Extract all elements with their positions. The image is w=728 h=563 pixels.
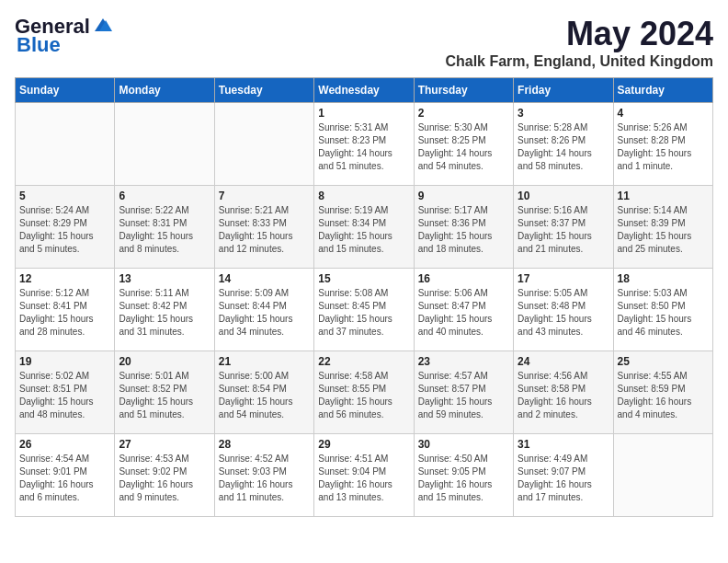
calendar-cell: 19Sunrise: 5:02 AM Sunset: 8:51 PM Dayli… bbox=[16, 351, 115, 434]
calendar-cell: 1Sunrise: 5:31 AM Sunset: 8:23 PM Daylig… bbox=[314, 103, 414, 186]
day-info: Sunrise: 5:17 AM Sunset: 8:36 PM Dayligh… bbox=[418, 204, 509, 256]
calendar-cell bbox=[115, 103, 214, 186]
day-info: Sunrise: 5:06 AM Sunset: 8:47 PM Dayligh… bbox=[418, 287, 509, 339]
day-number: 19 bbox=[19, 355, 110, 368]
day-info: Sunrise: 5:19 AM Sunset: 8:34 PM Dayligh… bbox=[318, 204, 409, 256]
day-info: Sunrise: 5:26 AM Sunset: 8:28 PM Dayligh… bbox=[618, 121, 709, 173]
calendar-cell: 8Sunrise: 5:19 AM Sunset: 8:34 PM Daylig… bbox=[314, 186, 414, 269]
calendar-week-row: 12Sunrise: 5:12 AM Sunset: 8:41 PM Dayli… bbox=[16, 269, 713, 351]
day-info: Sunrise: 4:58 AM Sunset: 8:55 PM Dayligh… bbox=[318, 370, 409, 421]
day-info: Sunrise: 5:03 AM Sunset: 8:50 PM Dayligh… bbox=[618, 287, 709, 339]
calendar-cell: 2Sunrise: 5:30 AM Sunset: 8:25 PM Daylig… bbox=[414, 103, 513, 186]
day-info: Sunrise: 5:30 AM Sunset: 8:25 PM Dayligh… bbox=[418, 121, 509, 173]
day-number: 10 bbox=[518, 190, 609, 202]
day-info: Sunrise: 5:14 AM Sunset: 8:39 PM Dayligh… bbox=[618, 204, 709, 256]
calendar-cell: 23Sunrise: 4:57 AM Sunset: 8:57 PM Dayli… bbox=[414, 351, 513, 434]
day-info: Sunrise: 4:55 AM Sunset: 8:59 PM Dayligh… bbox=[618, 370, 709, 421]
calendar-cell: 4Sunrise: 5:26 AM Sunset: 8:28 PM Daylig… bbox=[613, 103, 712, 186]
calendar-body: 1Sunrise: 5:31 AM Sunset: 8:23 PM Daylig… bbox=[16, 103, 713, 517]
calendar-cell: 31Sunrise: 4:49 AM Sunset: 9:07 PM Dayli… bbox=[514, 434, 613, 517]
day-number: 30 bbox=[418, 438, 509, 451]
calendar-cell: 21Sunrise: 5:00 AM Sunset: 8:54 PM Dayli… bbox=[214, 351, 313, 434]
calendar-cell: 5Sunrise: 5:24 AM Sunset: 8:29 PM Daylig… bbox=[16, 186, 115, 269]
col-header-thursday: Thursday bbox=[414, 78, 513, 103]
day-number: 7 bbox=[219, 190, 310, 202]
day-info: Sunrise: 5:22 AM Sunset: 8:31 PM Dayligh… bbox=[119, 204, 210, 256]
calendar-cell: 7Sunrise: 5:21 AM Sunset: 8:33 PM Daylig… bbox=[214, 186, 313, 269]
day-number: 1 bbox=[318, 107, 409, 120]
calendar-cell: 26Sunrise: 4:54 AM Sunset: 9:01 PM Dayli… bbox=[16, 434, 115, 517]
day-info: Sunrise: 4:50 AM Sunset: 9:05 PM Dayligh… bbox=[418, 453, 509, 504]
day-number: 26 bbox=[19, 438, 110, 451]
day-number: 6 bbox=[119, 190, 210, 202]
day-number: 25 bbox=[618, 355, 709, 368]
calendar-cell: 10Sunrise: 5:16 AM Sunset: 8:37 PM Dayli… bbox=[514, 186, 613, 269]
day-number: 16 bbox=[418, 272, 509, 285]
day-number: 15 bbox=[318, 272, 409, 285]
day-number: 21 bbox=[219, 355, 310, 368]
calendar-cell: 20Sunrise: 5:01 AM Sunset: 8:52 PM Dayli… bbox=[115, 351, 214, 434]
calendar-cell: 13Sunrise: 5:11 AM Sunset: 8:42 PM Dayli… bbox=[115, 269, 214, 351]
col-header-friday: Friday bbox=[514, 78, 613, 103]
calendar-table: SundayMondayTuesdayWednesdayThursdayFrid… bbox=[15, 77, 713, 517]
calendar-cell: 18Sunrise: 5:03 AM Sunset: 8:50 PM Dayli… bbox=[613, 269, 712, 351]
day-number: 12 bbox=[19, 272, 110, 285]
day-info: Sunrise: 5:05 AM Sunset: 8:48 PM Dayligh… bbox=[518, 287, 609, 339]
logo-icon bbox=[93, 17, 113, 33]
col-header-wednesday: Wednesday bbox=[314, 78, 414, 103]
calendar-week-row: 26Sunrise: 4:54 AM Sunset: 9:01 PM Dayli… bbox=[16, 434, 713, 517]
calendar-cell: 6Sunrise: 5:22 AM Sunset: 8:31 PM Daylig… bbox=[115, 186, 214, 269]
month-year: May 2024 bbox=[445, 15, 713, 53]
day-number: 14 bbox=[219, 272, 310, 285]
day-number: 13 bbox=[119, 272, 210, 285]
day-info: Sunrise: 5:24 AM Sunset: 8:29 PM Dayligh… bbox=[19, 204, 110, 256]
day-info: Sunrise: 5:09 AM Sunset: 8:44 PM Dayligh… bbox=[219, 287, 310, 339]
calendar-cell: 16Sunrise: 5:06 AM Sunset: 8:47 PM Dayli… bbox=[414, 269, 513, 351]
day-info: Sunrise: 5:11 AM Sunset: 8:42 PM Dayligh… bbox=[119, 287, 210, 339]
day-info: Sunrise: 5:00 AM Sunset: 8:54 PM Dayligh… bbox=[219, 370, 310, 421]
day-number: 27 bbox=[119, 438, 210, 451]
day-info: Sunrise: 5:01 AM Sunset: 8:52 PM Dayligh… bbox=[119, 370, 210, 421]
day-number: 17 bbox=[518, 272, 609, 285]
day-info: Sunrise: 4:57 AM Sunset: 8:57 PM Dayligh… bbox=[418, 370, 509, 421]
day-info: Sunrise: 4:56 AM Sunset: 8:58 PM Dayligh… bbox=[518, 370, 609, 421]
day-info: Sunrise: 4:54 AM Sunset: 9:01 PM Dayligh… bbox=[19, 453, 110, 504]
calendar-week-row: 19Sunrise: 5:02 AM Sunset: 8:51 PM Dayli… bbox=[16, 351, 713, 434]
logo-blue: Blue bbox=[17, 33, 61, 57]
calendar-cell: 25Sunrise: 4:55 AM Sunset: 8:59 PM Dayli… bbox=[613, 351, 712, 434]
day-info: Sunrise: 5:31 AM Sunset: 8:23 PM Dayligh… bbox=[318, 121, 409, 173]
day-info: Sunrise: 5:08 AM Sunset: 8:45 PM Dayligh… bbox=[318, 287, 409, 339]
day-number: 29 bbox=[318, 438, 409, 451]
calendar-cell: 22Sunrise: 4:58 AM Sunset: 8:55 PM Dayli… bbox=[314, 351, 414, 434]
day-info: Sunrise: 5:16 AM Sunset: 8:37 PM Dayligh… bbox=[518, 204, 609, 256]
calendar-cell: 11Sunrise: 5:14 AM Sunset: 8:39 PM Dayli… bbox=[613, 186, 712, 269]
day-number: 8 bbox=[318, 190, 409, 202]
col-header-tuesday: Tuesday bbox=[214, 78, 313, 103]
day-info: Sunrise: 4:52 AM Sunset: 9:03 PM Dayligh… bbox=[219, 453, 310, 504]
calendar-week-row: 5Sunrise: 5:24 AM Sunset: 8:29 PM Daylig… bbox=[16, 186, 713, 269]
col-header-saturday: Saturday bbox=[613, 78, 712, 103]
calendar-cell: 24Sunrise: 4:56 AM Sunset: 8:58 PM Dayli… bbox=[514, 351, 613, 434]
day-info: Sunrise: 4:51 AM Sunset: 9:04 PM Dayligh… bbox=[318, 453, 409, 504]
day-number: 5 bbox=[19, 190, 110, 202]
day-number: 22 bbox=[318, 355, 409, 368]
day-number: 9 bbox=[418, 190, 509, 202]
calendar-cell bbox=[214, 103, 313, 186]
day-number: 3 bbox=[518, 107, 609, 120]
calendar-cell: 28Sunrise: 4:52 AM Sunset: 9:03 PM Dayli… bbox=[214, 434, 313, 517]
day-info: Sunrise: 5:21 AM Sunset: 8:33 PM Dayligh… bbox=[219, 204, 310, 256]
calendar-cell bbox=[16, 103, 115, 186]
day-number: 23 bbox=[418, 355, 509, 368]
logo: General Blue bbox=[15, 15, 113, 57]
calendar-cell: 14Sunrise: 5:09 AM Sunset: 8:44 PM Dayli… bbox=[214, 269, 313, 351]
day-number: 4 bbox=[618, 107, 709, 120]
col-header-monday: Monday bbox=[115, 78, 214, 103]
day-number: 20 bbox=[119, 355, 210, 368]
calendar-cell: 29Sunrise: 4:51 AM Sunset: 9:04 PM Dayli… bbox=[314, 434, 414, 517]
calendar-week-row: 1Sunrise: 5:31 AM Sunset: 8:23 PM Daylig… bbox=[16, 103, 713, 186]
calendar-cell bbox=[613, 434, 712, 517]
calendar-cell: 27Sunrise: 4:53 AM Sunset: 9:02 PM Dayli… bbox=[115, 434, 214, 517]
day-number: 31 bbox=[518, 438, 609, 451]
location: Chalk Farm, England, United Kingdom bbox=[445, 53, 713, 70]
day-info: Sunrise: 4:49 AM Sunset: 9:07 PM Dayligh… bbox=[518, 453, 609, 504]
